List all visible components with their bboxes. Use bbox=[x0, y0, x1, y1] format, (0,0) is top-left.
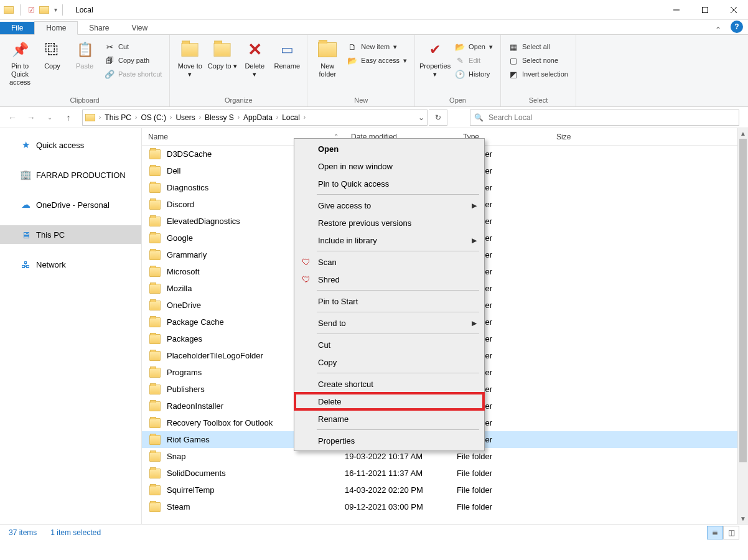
back-button[interactable]: ← bbox=[4, 109, 21, 126]
ctx-properties[interactable]: Properties bbox=[294, 432, 484, 449]
view-switcher: ≣ ◫ bbox=[707, 526, 739, 539]
new-item-button[interactable]: 🗋New item ▾ bbox=[344, 40, 411, 54]
rename-button[interactable]: ▭ Rename bbox=[271, 37, 303, 95]
window-title: Local bbox=[75, 6, 93, 14]
crumb[interactable]: AppData bbox=[243, 113, 273, 122]
ctx-rename[interactable]: Rename bbox=[294, 410, 484, 427]
search-box[interactable]: 🔍 Search Local bbox=[470, 110, 739, 126]
properties-button[interactable]: ✔ Properties▾ bbox=[419, 37, 451, 95]
ctx-open[interactable]: Open bbox=[294, 140, 484, 157]
ctx-send-to[interactable]: Send to▶ bbox=[294, 314, 484, 332]
minimize-button[interactable] bbox=[662, 0, 691, 20]
close-button[interactable] bbox=[719, 0, 748, 20]
crumb[interactable]: Blessy S bbox=[205, 113, 234, 122]
qat-folder-icon[interactable] bbox=[38, 4, 50, 16]
collapse-ribbon-icon[interactable]: ⌃ bbox=[711, 26, 726, 34]
folder-icon bbox=[149, 401, 161, 411]
ctx-restore[interactable]: Restore previous versions bbox=[294, 214, 484, 231]
invert-selection-button[interactable]: ◩Invert selection bbox=[505, 67, 572, 81]
file-type: File folder bbox=[457, 469, 550, 478]
tab-file[interactable]: File bbox=[0, 22, 34, 34]
ctx-include-lib[interactable]: Include in library▶ bbox=[294, 231, 484, 249]
select-none-button[interactable]: ▢Select none bbox=[505, 54, 572, 67]
folder-icon bbox=[149, 502, 161, 512]
address-bar[interactable]: › This PC› OS (C:)› Users› Blessy S› App… bbox=[82, 110, 428, 126]
file-date: 14-03-2022 02:20 PM bbox=[345, 485, 457, 495]
refresh-button[interactable]: ↻ bbox=[429, 110, 447, 126]
new-folder-button[interactable]: New folder bbox=[311, 37, 344, 95]
quick-access-toolbar: ☑ ▾ bbox=[0, 4, 69, 16]
search-placeholder: Search Local bbox=[489, 113, 532, 122]
copy-button[interactable]: ⿻ Copy bbox=[36, 37, 68, 95]
ctx-open-new-window[interactable]: Open in new window bbox=[294, 157, 484, 175]
ctx-copy[interactable]: Copy bbox=[294, 353, 484, 371]
easy-access-button[interactable]: 📂Easy access ▾ bbox=[344, 54, 411, 67]
ctx-create-shortcut[interactable]: Create shortcut bbox=[294, 375, 484, 393]
forward-button[interactable]: → bbox=[22, 109, 40, 126]
ctx-pin-start[interactable]: Pin to Start bbox=[294, 292, 484, 310]
address-caret-icon[interactable]: ⌄ bbox=[418, 113, 424, 122]
file-date: 16-11-2021 11:37 AM bbox=[345, 469, 457, 478]
select-all-button[interactable]: ▦Select all bbox=[505, 40, 572, 54]
nav-onedrive[interactable]: ☁OneDrive - Personal bbox=[0, 195, 141, 214]
crumb[interactable]: OS (C:) bbox=[141, 113, 166, 122]
file-name: Programs bbox=[167, 368, 202, 377]
tab-share[interactable]: Share bbox=[78, 22, 120, 34]
copy-to-button[interactable]: Copy to ▾ bbox=[206, 37, 238, 95]
crumb[interactable]: Local bbox=[282, 113, 300, 122]
move-to-button[interactable]: Move to ▾ bbox=[174, 37, 206, 95]
folder-icon bbox=[149, 317, 161, 327]
folder-icon bbox=[149, 368, 161, 378]
cloud-icon: ☁ bbox=[20, 199, 31, 210]
ctx-scan[interactable]: 🛡Scan bbox=[294, 253, 484, 271]
scroll-thumb[interactable] bbox=[739, 139, 747, 462]
paste-shortcut-button[interactable]: 🔗Paste shortcut bbox=[101, 67, 166, 81]
recent-dropdown[interactable]: ⌄ bbox=[41, 109, 58, 126]
tab-view[interactable]: View bbox=[120, 22, 159, 34]
monitor-icon: 🖥 bbox=[20, 229, 31, 240]
details-view-button[interactable]: ≣ bbox=[707, 526, 723, 539]
icons-view-button[interactable]: ◫ bbox=[723, 526, 739, 539]
crumb[interactable]: Users bbox=[175, 113, 195, 122]
tab-home[interactable]: Home bbox=[34, 21, 78, 35]
nav-this-pc[interactable]: 🖥This PC bbox=[0, 225, 141, 244]
nav-quick-access[interactable]: ★Quick access bbox=[0, 136, 141, 154]
open-button[interactable]: 📂Open ▾ bbox=[451, 40, 497, 54]
qat-checkbox-icon[interactable]: ☑ bbox=[26, 6, 37, 14]
file-date: 19-03-2022 10:17 AM bbox=[345, 452, 457, 461]
col-size[interactable]: Size bbox=[550, 133, 612, 141]
history-button[interactable]: 🕑History bbox=[451, 67, 497, 81]
crumb[interactable]: This PC bbox=[105, 113, 131, 122]
folder-icon bbox=[149, 334, 161, 344]
file-name: Packages bbox=[167, 334, 202, 343]
qat-dropdown-icon[interactable]: ▾ bbox=[54, 6, 57, 13]
delete-button[interactable]: ✕ Delete▾ bbox=[238, 37, 271, 95]
navigation-pane: ★Quick access 🏢FARRAD PRODUCTION ☁OneDri… bbox=[0, 128, 142, 524]
ctx-delete[interactable]: Delete bbox=[294, 393, 484, 410]
up-button[interactable]: ↑ bbox=[60, 109, 77, 126]
ribbon-group-clipboard: 📌 Pin to Quick access ⿻ Copy 📋 Paste ✂Cu… bbox=[0, 35, 170, 106]
scroll-up-icon[interactable]: ▲ bbox=[738, 128, 748, 139]
cut-button[interactable]: ✂Cut bbox=[101, 40, 166, 54]
scrollbar[interactable]: ▲ ▼ bbox=[737, 128, 748, 524]
maximize-button[interactable] bbox=[691, 0, 719, 20]
nav-network[interactable]: 🖧Network bbox=[0, 255, 141, 274]
copy-path-button[interactable]: 🗐Copy path bbox=[101, 54, 166, 67]
file-type: File folder bbox=[457, 502, 550, 511]
pin-quick-access-button[interactable]: 📌 Pin to Quick access bbox=[4, 37, 36, 95]
help-button[interactable]: ? bbox=[731, 21, 743, 33]
table-row[interactable]: SquirrelTemp14-03-2022 02:20 PMFile fold… bbox=[142, 482, 748, 498]
ctx-give-access[interactable]: Give access to▶ bbox=[294, 197, 484, 214]
scissors-icon: ✂ bbox=[105, 42, 115, 52]
edit-button[interactable]: ✎Edit bbox=[451, 54, 497, 67]
ctx-pin-quick[interactable]: Pin to Quick access bbox=[294, 175, 484, 192]
item-count: 37 items bbox=[9, 528, 37, 537]
scroll-down-icon[interactable]: ▼ bbox=[738, 513, 748, 524]
table-row[interactable]: SolidDocuments16-11-2021 11:37 AMFile fo… bbox=[142, 465, 748, 482]
ctx-cut[interactable]: Cut bbox=[294, 336, 484, 353]
paste-icon: 📋 bbox=[75, 40, 95, 60]
table-row[interactable]: Steam09-12-2021 03:00 PMFile folder bbox=[142, 498, 748, 515]
paste-button[interactable]: 📋 Paste bbox=[68, 37, 101, 95]
nav-farrad[interactable]: 🏢FARRAD PRODUCTION bbox=[0, 166, 141, 184]
ctx-shred[interactable]: 🛡Shred bbox=[294, 271, 484, 288]
